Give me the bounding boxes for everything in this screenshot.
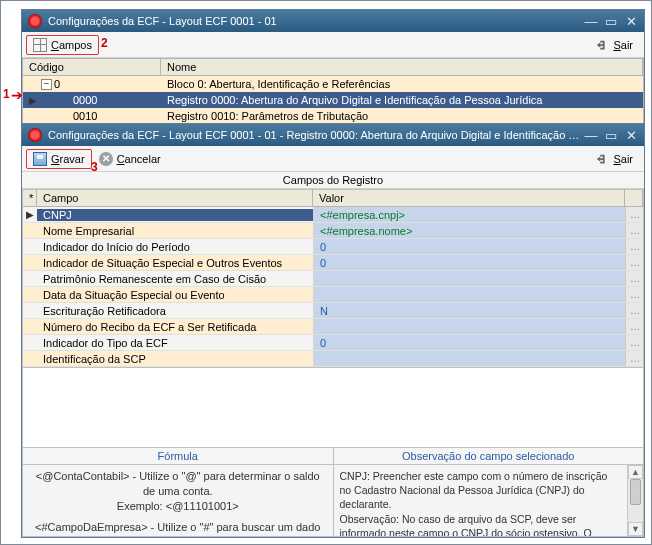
- pane-observacao-title: Observação do campo selecionado: [334, 448, 644, 465]
- campo-cell: Escrituração Retificadora: [37, 305, 313, 317]
- ellipsis-button[interactable]: …: [625, 271, 643, 286]
- field-row[interactable]: Data da Situação Especial ou Evento…: [23, 287, 643, 303]
- tree-row[interactable]: 0010Registro 0010: Parâmetros de Tributa…: [23, 108, 643, 124]
- bottom-panes: Fórmula <@ContaContabil> - Utilize o "@"…: [22, 447, 644, 537]
- field-row[interactable]: Escrituração RetificadoraN…: [23, 303, 643, 319]
- valor-cell[interactable]: [313, 287, 625, 302]
- field-row[interactable]: Identificação da SCP…: [23, 351, 643, 367]
- cancelar-button[interactable]: ✕ Cancelar: [92, 149, 168, 169]
- campo-cell: Número do Recibo da ECF a Ser Retificada: [37, 321, 313, 333]
- tree-row[interactable]: −0Bloco 0: Abertura, Identificação e Ref…: [23, 76, 643, 92]
- minimize-icon[interactable]: —: [584, 129, 598, 141]
- grid-empty-area: [22, 368, 644, 447]
- pane-formula-title: Fórmula: [23, 448, 333, 465]
- col-nome[interactable]: Nome: [161, 59, 643, 75]
- col-valor[interactable]: Valor: [313, 190, 625, 207]
- cancel-icon: ✕: [99, 152, 113, 166]
- col-action: [625, 190, 643, 207]
- ellipsis-button[interactable]: …: [625, 239, 643, 254]
- minimize-icon[interactable]: —: [584, 15, 598, 27]
- window-registro: Configurações da ECF - Layout ECF 0001 -…: [21, 123, 645, 538]
- close-icon[interactable]: ✕: [624, 129, 638, 141]
- campo-cell: Patrimônio Remanescente em Caso de Cisão: [37, 273, 313, 285]
- campo-cell: Indicador do Início do Período: [37, 241, 313, 253]
- ellipsis-button[interactable]: …: [625, 287, 643, 302]
- ellipsis-button[interactable]: …: [625, 303, 643, 318]
- ellipsis-button[interactable]: …: [625, 319, 643, 334]
- campo-cell: Identificação da SCP: [37, 353, 313, 365]
- valor-cell[interactable]: [313, 319, 625, 334]
- name-cell: Registro 0000: Abertura do Arquivo Digit…: [161, 94, 643, 106]
- window-title: Configurações da ECF - Layout ECF 0001 -…: [48, 15, 584, 27]
- window-ecf-config: Configurações da ECF - Layout ECF 0001 -…: [21, 9, 645, 126]
- valor-cell[interactable]: 0: [313, 255, 625, 270]
- ellipsis-button[interactable]: …: [625, 207, 643, 222]
- exit-icon: [595, 38, 609, 52]
- grid-icon: [33, 38, 47, 52]
- valor-cell[interactable]: <#empresa.cnpj>: [313, 207, 625, 222]
- app-icon: [28, 128, 42, 142]
- scroll-down-icon[interactable]: ▼: [628, 522, 643, 536]
- field-row[interactable]: Patrimônio Remanescente em Caso de Cisão…: [23, 271, 643, 287]
- section-title: Campos do Registro: [22, 172, 644, 189]
- grid-header-top: Código Nome: [22, 58, 644, 76]
- col-marker: *: [23, 190, 37, 207]
- field-row[interactable]: Número do Recibo da ECF a Ser Retificada…: [23, 319, 643, 335]
- field-row[interactable]: Nome Empresarial<#empresa.nome>…: [23, 223, 643, 239]
- col-campo[interactable]: Campo: [37, 190, 313, 207]
- campo-cell: Indicador de Situação Especial e Outros …: [37, 257, 313, 269]
- valor-cell[interactable]: <#empresa.nome>: [313, 223, 625, 238]
- sair-button-top[interactable]: Sair: [588, 35, 640, 55]
- exit-icon: [595, 152, 609, 166]
- valor-cell[interactable]: [313, 351, 625, 366]
- campo-cell: Nome Empresarial: [37, 225, 313, 237]
- campo-cell: Indicador do Tipo da ECF: [37, 337, 313, 349]
- scroll-thumb[interactable]: [630, 479, 641, 505]
- scrollbar-vertical[interactable]: ▲ ▼: [627, 465, 643, 536]
- pane-observacao: Observação do campo selecionado CNPJ: Pr…: [333, 448, 644, 536]
- collapse-icon[interactable]: −: [41, 79, 52, 90]
- code-cell: 0010: [73, 110, 97, 122]
- name-cell: Registro 0010: Parâmetros de Tributação: [161, 110, 643, 122]
- campo-cell: CNPJ: [37, 209, 313, 221]
- annotation-1: 1: [3, 87, 10, 101]
- annotation-arrow: ➔: [11, 87, 23, 103]
- pane-formula: Fórmula <@ContaContabil> - Utilize o "@"…: [23, 448, 333, 536]
- code-cell: 0000: [73, 94, 97, 106]
- valor-cell[interactable]: 0: [313, 335, 625, 350]
- tree-row[interactable]: ▶0000Registro 0000: Abertura do Arquivo …: [23, 92, 643, 108]
- sair-button-reg[interactable]: Sair: [588, 149, 640, 169]
- annotation-3: 3: [91, 160, 98, 174]
- valor-cell[interactable]: [313, 271, 625, 286]
- toolbar-top: Campos Sair: [22, 32, 644, 58]
- save-icon: [33, 152, 47, 166]
- valor-cell[interactable]: N: [313, 303, 625, 318]
- row-pointer-icon: ▶: [23, 209, 37, 220]
- registro-grid: * Campo Valor ▶CNPJ<#empresa.cnpj>…Nome …: [22, 189, 644, 368]
- app-icon: [28, 14, 42, 28]
- campos-button[interactable]: Campos: [26, 35, 99, 55]
- ellipsis-button[interactable]: …: [625, 335, 643, 350]
- name-cell: Bloco 0: Abertura, Identificação e Refer…: [161, 78, 643, 90]
- ellipsis-button[interactable]: …: [625, 351, 643, 366]
- titlebar-reg: Configurações da ECF - Layout ECF 0001 -…: [22, 124, 644, 146]
- campo-cell: Data da Situação Especial ou Evento: [37, 289, 313, 301]
- row-pointer-icon: ▶: [27, 95, 39, 106]
- titlebar-top: Configurações da ECF - Layout ECF 0001 -…: [22, 10, 644, 32]
- ellipsis-button[interactable]: …: [625, 255, 643, 270]
- field-row[interactable]: Indicador do Início do Período0…: [23, 239, 643, 255]
- ellipsis-button[interactable]: …: [625, 223, 643, 238]
- close-icon[interactable]: ✕: [624, 15, 638, 27]
- valor-cell[interactable]: 0: [313, 239, 625, 254]
- pane-observacao-body: CNPJ: Preencher este campo com o número …: [334, 465, 628, 536]
- field-row[interactable]: Indicador do Tipo da ECF0…: [23, 335, 643, 351]
- maximize-icon[interactable]: ▭: [604, 15, 618, 27]
- field-row[interactable]: ▶CNPJ<#empresa.cnpj>…: [23, 207, 643, 223]
- col-codigo[interactable]: Código: [23, 59, 161, 75]
- gravar-button[interactable]: Gravar: [26, 149, 92, 169]
- scroll-up-icon[interactable]: ▲: [628, 465, 643, 479]
- window-title-reg: Configurações da ECF - Layout ECF 0001 -…: [48, 129, 584, 141]
- field-row[interactable]: Indicador de Situação Especial e Outros …: [23, 255, 643, 271]
- maximize-icon[interactable]: ▭: [604, 129, 618, 141]
- toolbar-reg: Gravar ✕ Cancelar Sair: [22, 146, 644, 172]
